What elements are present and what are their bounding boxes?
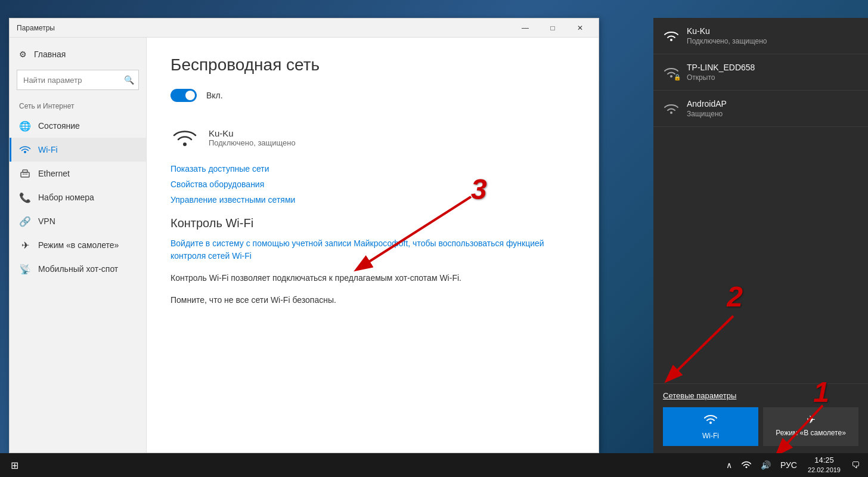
taskbar-time: 14:25	[808, 456, 841, 466]
dialup-label: Набор номера	[38, 193, 94, 202]
sidebar-item-airplane[interactable]: ✈ Режим «в самолете»	[10, 233, 146, 257]
titlebar-controls: — □ ✕	[512, 18, 594, 38]
status-icon: 🌐	[19, 120, 31, 132]
taskbar: ⊞ ∧ 🔊 РУС 14:25 22.02.2019 🗨	[0, 453, 868, 477]
kuku-status: Подключено, защищено	[687, 37, 767, 45]
start-button[interactable]: ⊞	[0, 453, 29, 477]
sidebar: ⚙ Главная 🔍 Сеть и Интернет 🌐 Состояние	[10, 38, 147, 453]
flyout-network-kuku[interactable]: Ku-Ku Подключено, защищено	[653, 18, 868, 54]
sidebar-item-vpn[interactable]: 🔗 VPN	[10, 209, 146, 233]
wifi-nav-label: Wi-Fi	[38, 145, 58, 154]
airplane-label: Режим «в самолете»	[38, 240, 119, 250]
status-label: Состояние	[38, 121, 80, 131]
network-card: Ku-Ku Подключено, защищено	[170, 116, 575, 159]
vpn-label: VPN	[38, 216, 55, 226]
adapter-props-link[interactable]: Свойства оборудования	[170, 179, 575, 189]
main-content: Беспроводная сеть Вкл. Ku-Ku	[147, 38, 599, 453]
android-icon	[663, 100, 680, 117]
toggle-row: Вкл.	[170, 89, 575, 102]
sidebar-item-status[interactable]: 🌐 Состояние	[10, 114, 146, 138]
hotspot-icon: 📡	[19, 263, 31, 275]
search-box: 🔍	[17, 70, 139, 90]
vpn-icon: 🔗	[19, 215, 31, 227]
airplane-quick-label: Режим «В самолете»	[776, 429, 846, 437]
network-wifi-icon	[170, 123, 199, 152]
login-link[interactable]: Войдите в систему с помощью учетной запи…	[170, 237, 575, 262]
airplane-quick-icon: ✈	[807, 413, 816, 426]
home-icon: ⚙	[19, 49, 27, 59]
kuku-network-info: Ku-Ku Подключено, защищено	[687, 26, 767, 45]
flyout-network-android[interactable]: AndroidAP Защищено	[653, 91, 868, 127]
android-name: AndroidAP	[687, 99, 727, 109]
network-status: Подключено, защищено	[209, 138, 296, 147]
tplink-network-info: TP-LINK_EDD658 Открыто	[687, 63, 755, 82]
page-title: Беспроводная сеть	[170, 55, 575, 75]
ethernet-label: Ethernet	[38, 169, 70, 178]
taskbar-network[interactable]	[738, 453, 755, 477]
wifi-description-2: Помните, что не все сети Wi-Fi безопасны…	[170, 294, 575, 306]
home-label: Главная	[34, 49, 66, 59]
airplane-icon: ✈	[19, 239, 31, 251]
wifi-quick-icon	[704, 413, 717, 429]
show-networks-link[interactable]: Показать доступные сети	[170, 164, 575, 174]
window-title: Параметры	[17, 24, 55, 32]
taskbar-language[interactable]: РУС	[777, 453, 801, 477]
network-name: Ku-Ku	[209, 128, 296, 138]
kuku-name: Ku-Ku	[687, 26, 767, 36]
search-icon: 🔍	[124, 75, 134, 85]
wifi-quick-btn[interactable]: Wi-Fi	[663, 407, 758, 446]
flyout-network-tplink[interactable]: 🔒 TP-LINK_EDD658 Открыто	[653, 54, 868, 91]
sidebar-item-hotspot[interactable]: 📡 Мобильный хот-спот	[10, 257, 146, 281]
minimize-button[interactable]: —	[512, 18, 539, 38]
taskbar-notification[interactable]: 🗨	[848, 453, 863, 477]
window-body: ⚙ Главная 🔍 Сеть и Интернет 🌐 Состояние	[10, 38, 599, 453]
airplane-quick-btn[interactable]: ✈ Режим «В самолете»	[763, 407, 858, 446]
android-status: Защищено	[687, 110, 727, 118]
svg-rect-1	[23, 170, 27, 172]
kuku-wifi-icon	[663, 27, 680, 44]
wifi-toggle[interactable]	[170, 89, 197, 102]
taskbar-right: ∧ 🔊 РУС 14:25 22.02.2019 🗨	[723, 453, 868, 477]
network-flyout: Ku-Ku Подключено, защищено 🔒 TP-LINK_EDD…	[653, 18, 868, 453]
dialup-icon: 📞	[19, 191, 31, 203]
manage-networks-link[interactable]: Управление известными сетями	[170, 195, 575, 205]
taskbar-clock[interactable]: 14:25 22.02.2019	[803, 456, 845, 474]
network-settings-link[interactable]: Сетевые параметры	[663, 391, 858, 400]
wifi-description-1: Контроль Wi-Fi позволяет подключаться к …	[170, 272, 575, 284]
taskbar-date: 22.02.2019	[808, 466, 841, 474]
home-button[interactable]: ⚙ Главная	[10, 44, 146, 65]
tplink-icon: 🔒	[663, 64, 680, 80]
tplink-name: TP-LINK_EDD658	[687, 63, 755, 72]
wifi-control-title: Контроль Wi-Fi	[170, 216, 575, 230]
hotspot-label: Мобильный хот-спот	[38, 264, 118, 274]
settings-window: Параметры — □ ✕ ⚙ Главная 🔍 Сеть и Интер…	[9, 18, 599, 453]
wifi-quick-label: Wi-Fi	[702, 432, 719, 440]
taskbar-volume[interactable]: 🔊	[757, 453, 774, 477]
ethernet-icon	[19, 168, 31, 179]
tplink-status: Открыто	[687, 73, 755, 82]
network-info: Ku-Ku Подключено, защищено	[209, 128, 296, 147]
sidebar-item-dialup[interactable]: 📞 Набор номера	[10, 185, 146, 209]
toggle-label: Вкл.	[206, 91, 223, 100]
sidebar-item-wifi[interactable]: Wi-Fi	[10, 138, 146, 162]
close-button[interactable]: ✕	[566, 18, 594, 38]
search-input[interactable]	[17, 70, 139, 90]
titlebar: Параметры — □ ✕	[10, 18, 599, 38]
flyout-bottom: Сетевые параметры Wi-Fi ✈ Режим «В самол…	[653, 383, 868, 453]
quick-actions: Wi-Fi ✈ Режим «В самолете»	[663, 407, 858, 446]
sidebar-item-ethernet[interactable]: Ethernet	[10, 162, 146, 185]
desktop: Параметры — □ ✕ ⚙ Главная 🔍 Сеть и Интер…	[0, 0, 868, 477]
section-label: Сеть и Интернет	[10, 95, 146, 114]
maximize-button[interactable]: □	[539, 18, 566, 38]
wifi-nav-icon	[19, 144, 31, 156]
taskbar-chevron[interactable]: ∧	[723, 453, 736, 477]
android-network-info: AndroidAP Защищено	[687, 99, 727, 118]
